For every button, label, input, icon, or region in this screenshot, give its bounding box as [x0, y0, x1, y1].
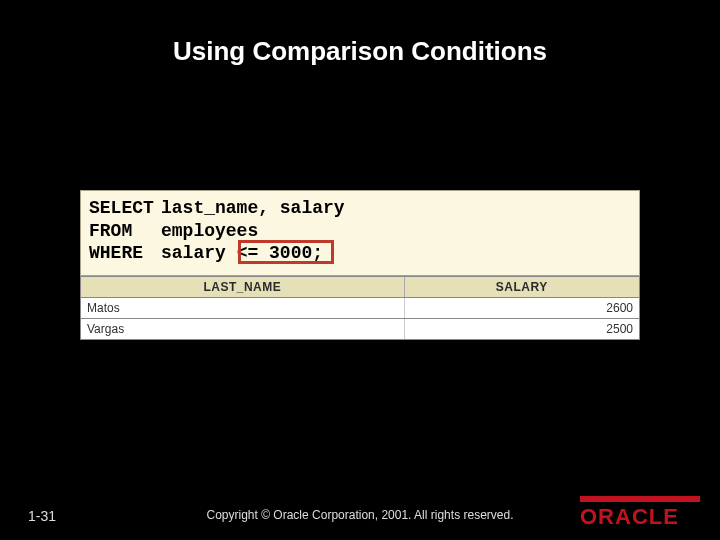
sql-line-3: WHEREsalary <= 3000;	[89, 242, 631, 265]
sql-keyword-from: FROM	[89, 220, 161, 243]
cell-salary: 2600	[405, 298, 639, 318]
sql-code-block: SELECTlast_name, salary FROMemployees WH…	[80, 190, 640, 276]
header-last-name: LAST_NAME	[81, 277, 405, 297]
slide-footer: 1-31 Copyright © Oracle Corporation, 200…	[0, 484, 720, 540]
cell-last-name: Matos	[81, 298, 405, 318]
sql-expr-3-op: <= 3000	[237, 243, 313, 263]
result-header-row: LAST_NAME SALARY	[80, 276, 640, 298]
cell-last-name: Vargas	[81, 319, 405, 339]
sql-expr-2: employees	[161, 221, 258, 241]
sql-keyword-where: WHERE	[89, 242, 161, 265]
header-salary: SALARY	[405, 277, 639, 297]
sql-expr-3-post: ;	[312, 243, 323, 263]
result-table: LAST_NAME SALARY Matos 2600 Vargas 2500	[80, 276, 640, 340]
table-row: Matos 2600	[80, 298, 640, 319]
table-row: Vargas 2500	[80, 319, 640, 340]
logo-bar	[580, 496, 700, 502]
sql-line-1: SELECTlast_name, salary	[89, 197, 631, 220]
cell-salary: 2500	[405, 319, 639, 339]
sql-expr-1: last_name, salary	[161, 198, 345, 218]
oracle-logo: ORACLE	[580, 496, 700, 530]
sql-line-2: FROMemployees	[89, 220, 631, 243]
sql-expr-3-pre: salary	[161, 243, 237, 263]
slide-title: Using Comparison Conditions	[0, 0, 720, 67]
sql-keyword-select: SELECT	[89, 197, 161, 220]
logo-word: ORACLE	[580, 504, 700, 530]
